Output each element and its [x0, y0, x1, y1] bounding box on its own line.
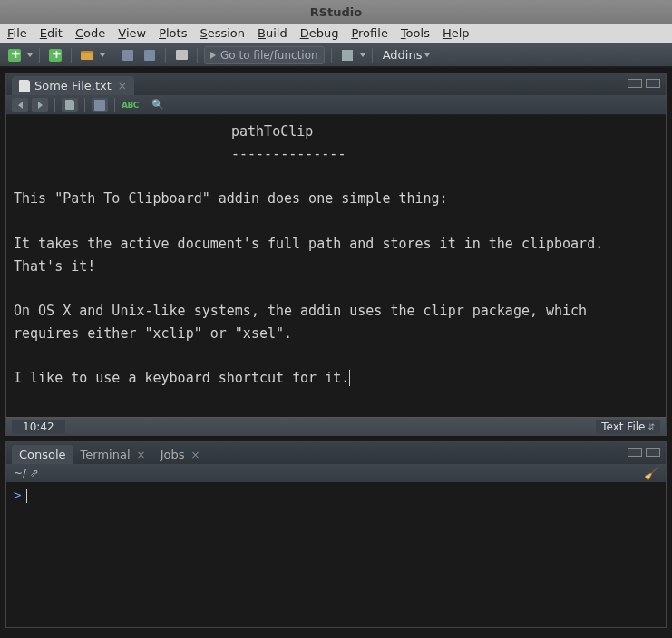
text-line: On OS X and Unix-like systems, the addin… [14, 303, 595, 342]
close-icon[interactable]: × [137, 449, 146, 461]
print-button[interactable] [172, 47, 190, 63]
caret-down-icon [424, 53, 430, 57]
menu-tools[interactable]: Tools [401, 26, 430, 40]
menu-session[interactable]: Session [200, 26, 245, 40]
editor-tab-bar: Some File.txt × [6, 73, 666, 95]
menu-profile[interactable]: Profile [351, 26, 387, 40]
separator [112, 48, 112, 63]
window-title: RStudio [310, 5, 363, 19]
popout-icon [65, 100, 74, 110]
text-cursor [349, 370, 350, 386]
updown-icon: ⇵ [648, 422, 655, 431]
grid-caret[interactable] [360, 53, 365, 57]
grid-button[interactable] [338, 47, 356, 63]
disk-icon [144, 50, 155, 61]
minimize-pane-button[interactable] [628, 448, 642, 457]
close-icon[interactable]: × [118, 80, 127, 92]
tab-jobs[interactable]: Jobs × [153, 445, 208, 464]
console-prompt: > [14, 488, 21, 502]
tab-console[interactable]: Console [12, 445, 73, 464]
menu-edit[interactable]: Edit [40, 26, 63, 40]
tab-label: Console [19, 448, 66, 461]
plus-project-icon [49, 49, 62, 62]
spellcheck-button[interactable]: ABC [122, 101, 139, 110]
menu-debug[interactable]: Debug [300, 26, 339, 40]
tab-label: Some File.txt [34, 79, 112, 92]
file-type-selector[interactable]: Text File ⇵ [596, 420, 660, 434]
text-line: pathToClip [14, 121, 658, 143]
nav-forward-button[interactable] [32, 98, 48, 112]
console-tab-bar: Console Terminal × Jobs × [6, 442, 666, 464]
separator [84, 98, 85, 112]
editor-statusbar: 10:42 Text File ⇵ [6, 417, 666, 435]
text-line: I like to use a keyboard shortcut for it… [14, 370, 349, 386]
separator [114, 98, 115, 112]
file-type-label: Text File [601, 420, 645, 433]
open-file-button[interactable] [78, 47, 96, 63]
minimize-pane-button[interactable] [628, 79, 642, 88]
new-file-caret[interactable] [27, 53, 33, 57]
arrow-right-icon [210, 52, 216, 59]
window-titlebar: RStudio [0, 0, 672, 24]
console-body[interactable]: > [6, 482, 666, 627]
maximize-pane-button[interactable] [646, 79, 660, 88]
open-caret[interactable] [100, 53, 105, 57]
new-project-button[interactable] [46, 47, 64, 63]
text-line: It takes the active document's full path… [14, 236, 611, 275]
text-line: This "Path To Clipboard" addin does one … [14, 190, 448, 207]
separator [372, 48, 373, 63]
grid-icon [342, 50, 353, 61]
separator [54, 98, 55, 112]
tab-terminal[interactable]: Terminal × [73, 445, 153, 464]
menu-build[interactable]: Build [258, 26, 287, 40]
tab-label: Jobs [161, 448, 185, 461]
editor-toolbar: ABC 🔍 [6, 95, 666, 115]
separator [71, 48, 72, 63]
console-pane: Console Terminal × Jobs × ~/ ⇗ 🧹 > [5, 441, 667, 628]
new-file-button[interactable] [5, 47, 24, 63]
separator [165, 48, 166, 63]
separator [197, 48, 198, 63]
nav-back-button[interactable] [12, 98, 28, 112]
disk-icon [94, 100, 105, 111]
working-dir[interactable]: ~/ [14, 467, 26, 479]
close-icon[interactable]: × [190, 449, 200, 461]
goto-placeholder: Go to file/function [220, 49, 318, 62]
show-in-new-window-button[interactable] [62, 98, 78, 112]
document-icon [19, 80, 30, 92]
main-toolbar: Go to file/function Addins [0, 44, 672, 67]
disk-icon [122, 50, 133, 61]
triangle-left-icon [18, 102, 23, 109]
addins-menu[interactable]: Addins [383, 48, 431, 62]
text-line: -------------- [14, 143, 658, 166]
addins-label: Addins [383, 48, 423, 62]
menu-file[interactable]: File [7, 26, 27, 40]
save-all-button[interactable] [141, 47, 159, 63]
cursor-position[interactable]: 10:42 [12, 420, 65, 434]
save-button[interactable] [119, 47, 137, 63]
plus-icon [8, 49, 21, 62]
goto-file-input[interactable]: Go to file/function [204, 46, 325, 64]
console-cursor [26, 489, 27, 503]
menu-code[interactable]: Code [75, 26, 105, 40]
maximize-pane-button[interactable] [646, 448, 660, 457]
separator [331, 48, 332, 63]
folder-icon [81, 51, 93, 60]
menu-plots[interactable]: Plots [159, 26, 187, 40]
triangle-right-icon [38, 102, 43, 109]
menu-help[interactable]: Help [443, 26, 470, 40]
menu-bar: File Edit Code View Plots Session Build … [0, 24, 672, 44]
find-replace-button[interactable]: 🔍 [151, 99, 164, 111]
console-path-bar: ~/ ⇗ 🧹 [6, 464, 666, 482]
tab-label: Terminal [81, 448, 131, 461]
print-icon [176, 50, 188, 60]
separator [39, 48, 40, 63]
source-pane: Some File.txt × ABC 🔍 pathToClip--------… [5, 72, 667, 436]
clear-console-button[interactable]: 🧹 [644, 467, 658, 480]
menu-view[interactable]: View [118, 26, 146, 40]
editor-area[interactable]: pathToClip-------------- This "Path To C… [6, 115, 666, 417]
save-doc-button[interactable] [92, 98, 108, 112]
editor-tab[interactable]: Some File.txt × [12, 76, 134, 95]
share-icon[interactable]: ⇗ [30, 467, 39, 479]
